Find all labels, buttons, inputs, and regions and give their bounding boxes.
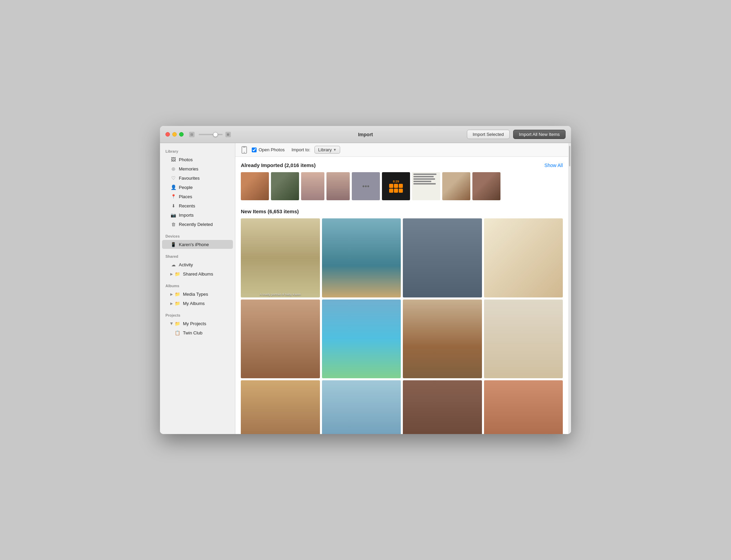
sidebar-item-my-albums[interactable]: ▶ 📁 My Albums	[162, 299, 233, 308]
new-photo-2[interactable]	[322, 218, 401, 297]
open-photos-checkbox[interactable]	[252, 148, 257, 152]
shared-albums-icon: 📁	[174, 271, 181, 277]
imported-photo-6[interactable]: 8:29	[382, 172, 410, 200]
sidebar-item-activity[interactable]: ☁ Activity	[162, 260, 233, 269]
imported-photo-5[interactable]: •••	[352, 172, 380, 200]
new-photo-1[interactable]: A lovely portrait of baby Karen	[241, 218, 320, 297]
sidebar-item-people[interactable]: 👤 People	[162, 183, 233, 192]
sidebar-item-recently-deleted-label: Recently Deleted	[179, 222, 213, 227]
fullscreen-button[interactable]: ⊞	[225, 132, 231, 137]
app-window: ⊟ ⊞ Import Import Selected Import All Ne…	[160, 126, 571, 434]
new-photo-8[interactable]	[484, 300, 563, 379]
new-photo-12[interactable]	[484, 380, 563, 434]
imported-photo-1[interactable]	[241, 172, 269, 200]
new-photo-4[interactable]	[484, 218, 563, 297]
sidebar-item-imports-label: Imports	[179, 213, 194, 218]
sidebar-item-recents[interactable]: ⬇ Recents	[162, 201, 233, 210]
new-photo-5[interactable]	[241, 300, 320, 379]
my-projects-icon: 📁	[174, 320, 181, 327]
sidebar-item-media-types-label: Media Types	[183, 292, 208, 297]
import-toolbar: Open Photos Import to: Library ▼	[235, 143, 568, 157]
my-albums-icon: 📁	[174, 300, 181, 306]
scrollbar-track[interactable]	[568, 143, 571, 434]
open-photos-label: Open Photos	[259, 147, 285, 152]
imported-photo-7[interactable]	[412, 172, 440, 200]
import-to-dropdown[interactable]: Library ▼	[314, 146, 340, 154]
devices-section-label: Devices	[160, 231, 235, 240]
new-photo-11[interactable]	[403, 380, 482, 434]
import-all-button[interactable]: Import All New Items	[513, 130, 566, 139]
already-imported-title: Already Imported (2,016 items)	[241, 162, 315, 168]
media-types-chevron: ▶	[170, 292, 173, 296]
photo-caption-1: A lovely portrait of baby Karen	[241, 293, 320, 296]
photo-scroll-area[interactable]: Already Imported (2,016 items) Show All …	[235, 157, 568, 434]
new-items-section-header: New Items (6,653 items)	[241, 208, 563, 214]
imported-photo-2[interactable]	[271, 172, 299, 200]
traffic-lights	[165, 132, 184, 137]
imports-icon: 📷	[170, 212, 176, 218]
sidebar-toggle-button[interactable]: ⊟	[189, 132, 195, 137]
imported-photo-9[interactable]	[472, 172, 500, 200]
sidebar-item-favourites[interactable]: ♡ Favourites	[162, 174, 233, 182]
people-icon: 👤	[170, 184, 176, 190]
shared-albums-chevron: ▶	[170, 272, 173, 276]
sidebar-item-recents-label: Recents	[179, 203, 195, 208]
twin-club-icon: 📋	[174, 330, 181, 336]
window-title: Import	[358, 132, 373, 137]
memories-icon: ◎	[170, 166, 176, 172]
main-layout: Library 🖼 Photos ◎ Memories ♡ Favourites…	[160, 143, 571, 434]
minimize-button[interactable]	[172, 132, 177, 137]
sidebar-item-media-types[interactable]: ▶ 📁 Media Types	[162, 290, 233, 298]
new-photo-7[interactable]	[403, 300, 482, 379]
sidebar-item-my-projects[interactable]: ▶ 📁 My Projects	[162, 319, 233, 328]
zoom-slider[interactable]	[199, 134, 223, 135]
dropdown-arrow-icon: ▼	[333, 148, 337, 152]
new-photo-6[interactable]	[322, 300, 401, 379]
show-all-link[interactable]: Show All	[544, 163, 563, 168]
albums-section-label: Albums	[160, 281, 235, 289]
sidebar-item-imports[interactable]: 📷 Imports	[162, 211, 233, 219]
titlebar: ⊟ ⊞ Import Import Selected Import All Ne…	[160, 126, 571, 143]
new-photo-3[interactable]	[403, 218, 482, 297]
sidebar-item-photos-label: Photos	[179, 157, 193, 162]
sidebar-item-iphone-label: Karen's iPhone	[179, 242, 209, 247]
new-photo-9[interactable]	[241, 380, 320, 434]
sidebar-item-twin-club-label: Twin Club	[183, 330, 202, 335]
sidebar-item-photos[interactable]: 🖼 Photos	[162, 155, 233, 164]
sidebar-item-shared-albums[interactable]: ▶ 📁 Shared Albums	[162, 269, 233, 278]
favourites-icon: ♡	[170, 175, 176, 181]
sidebar-item-people-label: People	[179, 185, 193, 190]
sidebar-item-recently-deleted[interactable]: 🗑 Recently Deleted	[162, 220, 233, 229]
sidebar-item-karens-iphone[interactable]: 📱 Karen's iPhone	[162, 240, 233, 249]
new-photo-10[interactable]	[322, 380, 401, 434]
library-section-label: Library	[160, 147, 235, 155]
scrollbar-thumb[interactable]	[569, 146, 570, 166]
maximize-button[interactable]	[179, 132, 184, 137]
already-imported-section-header: Already Imported (2,016 items) Show All	[241, 162, 563, 168]
imported-photo-3[interactable]	[301, 172, 324, 200]
imported-photo-4[interactable]	[326, 172, 350, 200]
my-projects-chevron: ▶	[170, 322, 174, 325]
places-icon: 📍	[170, 193, 176, 200]
zoom-slider-area	[199, 134, 223, 135]
imported-photos-grid: ••• 8:29	[241, 172, 563, 200]
import-selected-button[interactable]: Import Selected	[467, 130, 510, 139]
window-controls: ⊟ ⊞	[189, 132, 231, 137]
sidebar-item-places-label: Places	[179, 194, 192, 199]
open-photos-checkbox-label[interactable]: Open Photos	[252, 147, 285, 152]
new-items-grid: A lovely portrait of baby Karen	[241, 218, 563, 434]
sidebar: Library 🖼 Photos ◎ Memories ♡ Favourites…	[160, 143, 235, 434]
sidebar-item-memories[interactable]: ◎ Memories	[162, 164, 233, 173]
recently-deleted-icon: 🗑	[170, 221, 176, 227]
my-albums-chevron: ▶	[170, 302, 173, 305]
import-to-static-label: Import to:	[292, 147, 310, 152]
close-button[interactable]	[165, 132, 170, 137]
sidebar-item-favourites-label: Favourites	[179, 176, 200, 181]
photos-icon: 🖼	[170, 156, 176, 163]
imported-photo-8[interactable]	[442, 172, 470, 200]
projects-section-label: Projects	[160, 310, 235, 319]
sidebar-item-places[interactable]: 📍 Places	[162, 192, 233, 201]
sidebar-item-twin-club[interactable]: 📋 Twin Club	[162, 328, 233, 337]
zoom-slider-thumb[interactable]	[213, 132, 218, 137]
sidebar-item-activity-label: Activity	[179, 262, 193, 267]
